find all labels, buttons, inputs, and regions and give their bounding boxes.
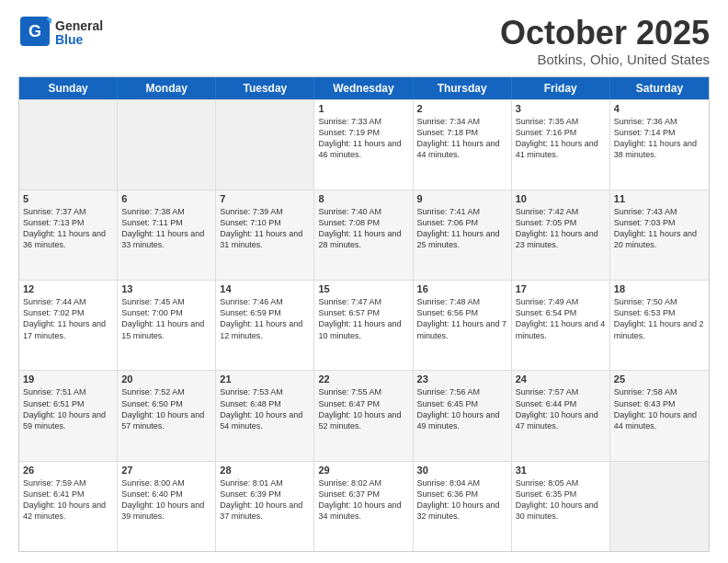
day-info: Sunrise: 7:37 AM Sunset: 7:13 PM Dayligh… <box>23 206 113 251</box>
day-number: 29 <box>318 465 408 476</box>
day-info: Sunrise: 7:49 AM Sunset: 6:54 PM Dayligh… <box>516 296 606 341</box>
day-number: 9 <box>417 193 507 204</box>
page: G General Blue October 2025 Botkins, Ohi… <box>0 0 728 563</box>
day-info: Sunrise: 7:53 AM Sunset: 6:48 PM Dayligh… <box>220 386 310 431</box>
day-info: Sunrise: 7:40 AM Sunset: 7:08 PM Dayligh… <box>318 206 408 251</box>
cell-day-12: 12Sunrise: 7:44 AM Sunset: 7:02 PM Dayli… <box>19 281 118 370</box>
day-number: 3 <box>516 103 606 114</box>
day-info: Sunrise: 7:56 AM Sunset: 6:45 PM Dayligh… <box>417 386 507 431</box>
day-info: Sunrise: 8:01 AM Sunset: 6:39 PM Dayligh… <box>220 477 310 523</box>
cell-empty-0-1 <box>118 100 216 190</box>
logo-general-text: General <box>55 19 103 33</box>
day-info: Sunrise: 7:38 AM Sunset: 7:11 PM Dayligh… <box>121 206 211 251</box>
day-info: Sunrise: 7:47 AM Sunset: 6:57 PM Dayligh… <box>318 296 408 341</box>
cell-day-31: 31Sunrise: 8:05 AM Sunset: 6:35 PM Dayli… <box>512 462 610 551</box>
cell-day-14: 14Sunrise: 7:46 AM Sunset: 6:59 PM Dayli… <box>216 281 314 370</box>
day-info: Sunrise: 7:33 AM Sunset: 7:19 PM Dayligh… <box>318 116 408 161</box>
cell-day-28: 28Sunrise: 8:01 AM Sunset: 6:39 PM Dayli… <box>216 462 314 551</box>
cell-day-22: 22Sunrise: 7:55 AM Sunset: 6:47 PM Dayli… <box>314 371 413 460</box>
day-info: Sunrise: 7:52 AM Sunset: 6:50 PM Dayligh… <box>121 386 211 431</box>
day-number: 28 <box>220 465 310 476</box>
day-number: 12 <box>23 283 113 294</box>
day-info: Sunrise: 7:55 AM Sunset: 6:47 PM Dayligh… <box>318 386 408 431</box>
location: Botkins, Ohio, United States <box>500 52 710 67</box>
cell-day-7: 7Sunrise: 7:39 AM Sunset: 7:10 PM Daylig… <box>216 190 314 280</box>
day-info: Sunrise: 8:02 AM Sunset: 6:37 PM Dayligh… <box>318 477 408 523</box>
cell-day-21: 21Sunrise: 7:53 AM Sunset: 6:48 PM Dayli… <box>216 371 314 460</box>
day-number: 5 <box>23 193 113 204</box>
day-number: 16 <box>417 283 507 294</box>
cell-day-16: 16Sunrise: 7:48 AM Sunset: 6:56 PM Dayli… <box>414 281 512 370</box>
day-number: 4 <box>614 103 705 114</box>
header-day-saturday: Saturday <box>610 77 709 99</box>
day-info: Sunrise: 7:42 AM Sunset: 7:05 PM Dayligh… <box>516 206 606 251</box>
cell-day-11: 11Sunrise: 7:43 AM Sunset: 7:03 PM Dayli… <box>610 190 709 280</box>
day-info: Sunrise: 7:45 AM Sunset: 7:00 PM Dayligh… <box>121 296 211 341</box>
calendar-row-1: 1Sunrise: 7:33 AM Sunset: 7:19 PM Daylig… <box>19 99 709 190</box>
cell-empty-0-2 <box>216 100 314 190</box>
cell-day-2: 2Sunrise: 7:34 AM Sunset: 7:18 PM Daylig… <box>414 100 512 190</box>
calendar-row-2: 5Sunrise: 7:37 AM Sunset: 7:13 PM Daylig… <box>19 190 709 280</box>
logo-blue: Blue <box>55 32 83 47</box>
day-number: 25 <box>614 373 705 385</box>
cell-day-9: 9Sunrise: 7:41 AM Sunset: 7:06 PM Daylig… <box>414 190 512 280</box>
day-info: Sunrise: 7:43 AM Sunset: 7:03 PM Dayligh… <box>614 206 705 251</box>
cell-day-29: 29Sunrise: 8:02 AM Sunset: 6:37 PM Dayli… <box>314 462 413 551</box>
cell-day-23: 23Sunrise: 7:56 AM Sunset: 6:45 PM Dayli… <box>414 371 512 460</box>
day-info: Sunrise: 7:34 AM Sunset: 7:18 PM Dayligh… <box>417 116 507 161</box>
header: G General Blue October 2025 Botkins, Ohi… <box>18 15 710 67</box>
day-info: Sunrise: 7:50 AM Sunset: 6:53 PM Dayligh… <box>614 296 705 341</box>
day-info: Sunrise: 7:51 AM Sunset: 6:51 PM Dayligh… <box>23 386 113 431</box>
cell-day-8: 8Sunrise: 7:40 AM Sunset: 7:08 PM Daylig… <box>314 190 413 280</box>
cell-day-1: 1Sunrise: 7:33 AM Sunset: 7:19 PM Daylig… <box>314 100 413 190</box>
logo-icon: G <box>18 15 51 48</box>
day-info: Sunrise: 7:59 AM Sunset: 6:41 PM Dayligh… <box>23 477 113 523</box>
header-day-tuesday: Tuesday <box>216 77 314 99</box>
day-number: 13 <box>121 283 211 294</box>
day-number: 6 <box>121 193 211 204</box>
day-info: Sunrise: 8:05 AM Sunset: 6:35 PM Dayligh… <box>516 477 606 523</box>
cell-day-3: 3Sunrise: 7:35 AM Sunset: 7:16 PM Daylig… <box>512 100 610 190</box>
day-info: Sunrise: 8:00 AM Sunset: 6:40 PM Dayligh… <box>121 477 211 523</box>
day-number: 31 <box>516 465 606 476</box>
day-info: Sunrise: 7:36 AM Sunset: 7:14 PM Dayligh… <box>614 116 705 161</box>
cell-empty-0-0 <box>19 100 118 190</box>
day-info: Sunrise: 7:39 AM Sunset: 7:10 PM Dayligh… <box>220 206 310 251</box>
header-day-friday: Friday <box>512 77 610 99</box>
cell-day-25: 25Sunrise: 7:58 AM Sunset: 6:43 PM Dayli… <box>610 371 709 460</box>
day-info: Sunrise: 7:46 AM Sunset: 6:59 PM Dayligh… <box>220 296 310 341</box>
calendar: SundayMondayTuesdayWednesdayThursdayFrid… <box>18 76 710 552</box>
day-info: Sunrise: 7:58 AM Sunset: 6:43 PM Dayligh… <box>614 386 705 431</box>
day-number: 8 <box>318 193 408 204</box>
cell-day-20: 20Sunrise: 7:52 AM Sunset: 6:50 PM Dayli… <box>118 371 216 460</box>
day-number: 23 <box>417 373 507 385</box>
cell-day-13: 13Sunrise: 7:45 AM Sunset: 7:00 PM Dayli… <box>118 281 216 370</box>
cell-day-26: 26Sunrise: 7:59 AM Sunset: 6:41 PM Dayli… <box>19 462 118 551</box>
day-number: 7 <box>220 193 310 204</box>
day-info: Sunrise: 7:48 AM Sunset: 6:56 PM Dayligh… <box>417 296 507 341</box>
month-title: October 2025 <box>500 15 710 52</box>
day-info: Sunrise: 7:57 AM Sunset: 6:44 PM Dayligh… <box>516 386 606 431</box>
day-number: 27 <box>121 465 211 476</box>
day-number: 17 <box>516 283 606 294</box>
day-number: 14 <box>220 283 310 294</box>
day-info: Sunrise: 7:41 AM Sunset: 7:06 PM Dayligh… <box>417 206 507 251</box>
cell-day-24: 24Sunrise: 7:57 AM Sunset: 6:44 PM Dayli… <box>512 371 610 460</box>
calendar-body: 1Sunrise: 7:33 AM Sunset: 7:19 PM Daylig… <box>19 99 709 551</box>
header-day-monday: Monday <box>118 77 216 99</box>
day-number: 30 <box>417 465 507 476</box>
cell-empty-4-6 <box>610 462 709 551</box>
cell-day-6: 6Sunrise: 7:38 AM Sunset: 7:11 PM Daylig… <box>118 190 216 280</box>
cell-day-30: 30Sunrise: 8:04 AM Sunset: 6:36 PM Dayli… <box>414 462 512 551</box>
day-number: 18 <box>614 283 705 294</box>
calendar-row-3: 12Sunrise: 7:44 AM Sunset: 7:02 PM Dayli… <box>19 280 709 370</box>
day-number: 1 <box>318 103 408 114</box>
cell-day-15: 15Sunrise: 7:47 AM Sunset: 6:57 PM Dayli… <box>314 281 413 370</box>
calendar-row-5: 26Sunrise: 7:59 AM Sunset: 6:41 PM Dayli… <box>19 461 709 551</box>
logo-blue-text: Blue <box>55 33 103 47</box>
day-number: 19 <box>23 373 113 385</box>
day-number: 20 <box>121 373 211 385</box>
day-number: 22 <box>318 373 408 385</box>
cell-day-5: 5Sunrise: 7:37 AM Sunset: 7:13 PM Daylig… <box>19 190 118 280</box>
day-number: 26 <box>23 465 113 476</box>
